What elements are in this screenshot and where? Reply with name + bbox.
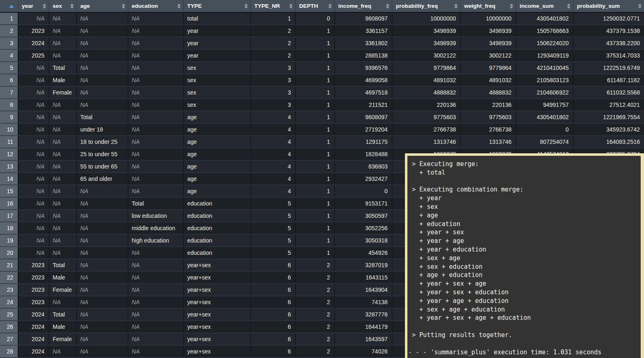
sort-toggle-icon [43, 4, 46, 9]
table-cell: 9608097 [335, 12, 392, 25]
table-cell: NA [49, 160, 77, 173]
table-cell: 65 and older [77, 173, 128, 185]
sort-toggle-icon [386, 4, 389, 9]
sort-toggle-icon [70, 4, 74, 9]
table-cell: NA [77, 49, 128, 62]
column-header-education[interactable]: education [128, 0, 184, 12]
sort-toggle-icon [454, 4, 458, 9]
column-header-TYPE[interactable]: TYPE [184, 0, 251, 12]
column-header-year[interactable]: year [18, 0, 49, 12]
column-header-TYPE_NR[interactable]: TYPE_NR [251, 0, 295, 12]
table-cell: NA [77, 308, 128, 321]
table-cell: 6 [251, 321, 295, 333]
table-cell: NA [128, 148, 184, 160]
table-cell: education [184, 210, 251, 222]
table-cell: NA [128, 49, 184, 62]
table-cell: education [184, 197, 251, 210]
table-cell: NA [128, 271, 184, 284]
column-header-probability_sum[interactable]: probability_sum [573, 0, 644, 12]
row-number: 10 [0, 123, 18, 136]
table-cell: 1828488 [335, 148, 392, 160]
sort-toggle-icon [177, 4, 181, 9]
table-cell: 4888832 [460, 86, 516, 99]
row-number: 6 [0, 74, 18, 86]
header-row: yearsexageeducationTYPETYPE_NRDEPTHincom… [0, 0, 644, 12]
table-cell: Male [49, 321, 77, 333]
table-cell: age [184, 148, 251, 160]
row-number-header[interactable] [0, 0, 18, 12]
table-cell: NA [77, 247, 128, 259]
table-cell: year [184, 49, 251, 62]
table-cell: 55 to under 65 [77, 160, 128, 173]
table-row: 42025NANANAyear2128851383002122300212212… [0, 49, 644, 62]
column-header-income_sum[interactable]: income_sum [516, 0, 573, 12]
table-cell: 2 [295, 321, 335, 333]
table-cell: 4699058 [335, 74, 392, 86]
table-cell: 0 [516, 123, 573, 136]
table-cell: 2023 [18, 271, 49, 284]
table-cell: 10000000 [460, 12, 516, 25]
table-cell: 2885138 [335, 49, 392, 62]
table-cell: NA [49, 111, 77, 123]
table-cell: NA [77, 259, 128, 271]
table-cell: 4891032 [460, 74, 516, 86]
table-cell: 1 [295, 173, 335, 185]
table-cell: 10000000 [392, 12, 460, 25]
table-cell: 4 [251, 148, 295, 160]
table-cell: high education [128, 234, 184, 247]
table-cell: 1 [295, 74, 335, 86]
table-cell: 1 [295, 86, 335, 99]
table-cell: 9153171 [335, 197, 392, 210]
sort-ascending-icon [9, 5, 14, 8]
table-cell: 611487.1182 [573, 74, 644, 86]
table-cell: 1313746 [460, 136, 516, 148]
table-cell: NA [49, 296, 77, 308]
column-header-income_freq[interactable]: income_freq [335, 0, 392, 12]
column-header-weight_freq[interactable]: weight_freq [460, 0, 516, 12]
column-header-label: probability_freq [396, 3, 438, 9]
table-cell: Total [128, 197, 184, 210]
column-header-DEPTH[interactable]: DEPTH [295, 0, 335, 12]
table-cell: NA [18, 136, 49, 148]
table-cell: 2024 [18, 308, 49, 321]
table-cell: 1 [295, 25, 335, 37]
table-cell: 2 [295, 296, 335, 308]
sort-toggle-icon [289, 4, 293, 9]
table-cell: 1643904 [335, 284, 392, 296]
table-cell: NA [77, 234, 128, 247]
column-header-probability_freq[interactable]: probability_freq [392, 0, 460, 12]
table-cell: 220136 [392, 99, 460, 111]
row-number: 3 [0, 37, 18, 49]
table-cell: 3 [251, 62, 295, 74]
table-cell: 3050597 [335, 210, 392, 222]
table-cell: Female [49, 333, 77, 345]
table-cell: NA [18, 234, 49, 247]
table-cell: 1 [295, 148, 335, 160]
table-cell: 4 [251, 160, 295, 173]
table-cell: NA [128, 136, 184, 148]
table-cell: 3498939 [460, 37, 516, 49]
table-cell: NA [128, 173, 184, 185]
table-cell: 1250032.0771 [573, 12, 644, 25]
table-cell: NA [128, 308, 184, 321]
table-cell: NA [128, 74, 184, 86]
table-cell: NA [18, 160, 49, 173]
table-cell: NA [77, 99, 128, 111]
column-header-age[interactable]: age [77, 0, 128, 12]
table-cell: 25 to under 55 [77, 148, 128, 160]
table-row: 32024NANANAyear2133618023498939349893915… [0, 37, 644, 49]
console-output-panel: > Executing merge: + total > Executing c… [405, 153, 644, 358]
table-cell: NA [49, 210, 77, 222]
table-cell: 2 [251, 49, 295, 62]
table-cell: age [184, 160, 251, 173]
table-cell: 9779864 [392, 62, 460, 74]
table-cell: NA [128, 345, 184, 358]
table-cell: 2 [295, 333, 335, 345]
table-cell: 1506224020 [516, 37, 573, 49]
table-cell: 6 [251, 284, 295, 296]
table-cell: NA [77, 321, 128, 333]
column-header-sex[interactable]: sex [49, 0, 77, 12]
table-cell: NA [128, 37, 184, 49]
table-cell: 4697518 [335, 86, 392, 99]
table-cell: 1291175 [335, 136, 392, 148]
